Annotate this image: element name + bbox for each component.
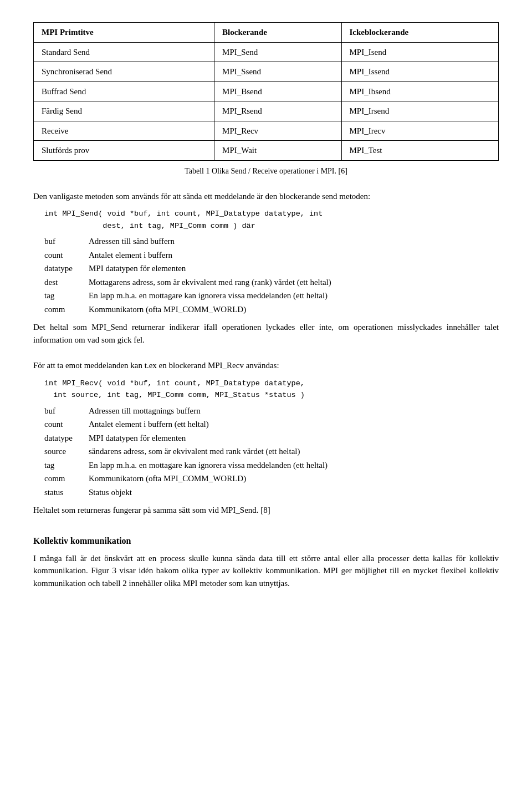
send-definitions: bufAdressen till sänd bufferncountAntale…: [44, 235, 499, 315]
def-term: dest: [44, 276, 89, 289]
table-cell: Receive: [34, 121, 214, 141]
table-row: Synchroniserad SendMPI_SsendMPI_Issend: [34, 62, 499, 82]
def-row: commKommunikatorn (ofta MPI_COMM_WORLD): [44, 472, 499, 485]
code-block-recv: int MPI_Recv( void *buf, int count, MPI_…: [44, 378, 499, 401]
def-desc: MPI datatypen för elementen: [89, 262, 186, 275]
def-desc: Antalet element i buffern: [89, 249, 172, 262]
def-row: tagEn lapp m.h.a. en mottagare kan ignor…: [44, 289, 499, 302]
table-cell: MPI_Irecv: [341, 121, 498, 141]
def-desc: En lapp m.h.a. en mottagare kan ignorera…: [89, 459, 328, 472]
def-row: tagEn lapp m.h.a. en mottagare kan ignor…: [44, 459, 499, 472]
table-row: Färdig SendMPI_RsendMPI_Irsend: [34, 101, 499, 121]
table-cell: Slutförds prov: [34, 141, 214, 161]
table-header-primitive: MPI Primtitve: [34, 23, 214, 43]
def-term: status: [44, 486, 89, 499]
table-cell: MPI_Test: [341, 141, 498, 161]
table-row: Standard SendMPI_SendMPI_Isend: [34, 42, 499, 62]
def-desc: En lapp m.h.a. en mottagare kan ignorera…: [89, 289, 328, 302]
def-row: sourcesändarens adress, som är ekvivalen…: [44, 445, 499, 458]
table-row: Buffrad SendMPI_BsendMPI_Ibsend: [34, 81, 499, 101]
table-caption: Tabell 1 Olika Send / Receive operatione…: [33, 165, 499, 177]
def-desc: Adressen till sänd buffern: [89, 235, 175, 248]
def-row: countAntalet element i buffern: [44, 249, 499, 262]
def-row: statusStatus objekt: [44, 486, 499, 499]
table-cell: MPI_Recv: [214, 121, 341, 141]
code-block-send: int MPI_Send( void *buf, int count, MPI_…: [44, 208, 499, 232]
def-term: buf: [44, 235, 89, 248]
table-cell: MPI_Bsend: [214, 81, 341, 101]
def-row: bufAdressen till mottagnings buffern: [44, 405, 499, 417]
def-term: datatype: [44, 262, 89, 275]
def-row: datatypeMPI datatypen för elementen: [44, 262, 499, 275]
def-term: count: [44, 418, 89, 431]
def-term: tag: [44, 459, 89, 472]
def-term: comm: [44, 303, 89, 316]
section1-intro: Den vanligaste metoden som används för a…: [33, 190, 499, 203]
table-cell: MPI_Wait: [214, 141, 341, 161]
def-desc: MPI datatypen för elementen: [89, 432, 186, 445]
table-cell: Färdig Send: [34, 101, 214, 121]
def-desc: sändarens adress, som är ekvivalent med …: [89, 445, 300, 458]
def-row: bufAdressen till sänd buffern: [44, 235, 499, 248]
def-term: count: [44, 249, 89, 262]
table-cell: MPI_Issend: [341, 62, 498, 82]
def-desc: Status objekt: [89, 486, 132, 499]
def-row: commKommunikatorn (ofta MPI_COMM_WORLD): [44, 303, 499, 316]
def-desc: Adressen till mottagnings buffern: [89, 405, 201, 417]
table-header-nonblocking: Ickeblockerande: [341, 23, 498, 43]
recv-definitions: bufAdressen till mottagnings bufferncoun…: [44, 405, 499, 499]
def-row: destMottagarens adress, som är ekvivalen…: [44, 276, 499, 289]
table-cell: MPI_Ibsend: [341, 81, 498, 101]
table-header-blocking: Blockerande: [214, 23, 341, 43]
def-term: comm: [44, 472, 89, 485]
table-cell: Synchroniserad Send: [34, 62, 214, 82]
def-term: source: [44, 445, 89, 458]
def-term: tag: [44, 289, 89, 302]
def-desc: Kommunikatorn (ofta MPI_COMM_WORLD): [89, 472, 246, 485]
table-cell: MPI_Isend: [341, 42, 498, 62]
table-cell: MPI_Rsend: [214, 101, 341, 121]
kollektiv-title: Kollektiv kommunikation: [33, 534, 499, 548]
def-desc: Antalet element i buffern (ett heltal): [89, 418, 209, 431]
def-desc: Mottagarens adress, som är ekvivalent me…: [89, 276, 331, 289]
table-row: ReceiveMPI_RecvMPI_Irecv: [34, 121, 499, 141]
table-cell: MPI_Irsend: [341, 101, 498, 121]
table-cell: MPI_Send: [214, 42, 341, 62]
kollektiv-para1: I många fall är det önskvärt att en proc…: [33, 552, 499, 590]
def-desc: Kommunikatorn (ofta MPI_COMM_WORLD): [89, 303, 246, 316]
table-cell: MPI_Ssend: [214, 62, 341, 82]
section2-intro: För att ta emot meddelanden kan t.ex en …: [33, 359, 499, 372]
def-term: datatype: [44, 432, 89, 445]
table-row: Slutförds provMPI_WaitMPI_Test: [34, 141, 499, 161]
mpi-operations-table: MPI Primtitve Blockerande Ickeblockerand…: [33, 22, 499, 161]
def-row: datatypeMPI datatypen för elementen: [44, 432, 499, 445]
section2-note: Heltalet som returneras fungerar på samm…: [33, 504, 499, 517]
def-term: buf: [44, 405, 89, 417]
section1-note: Det heltal som MPI_Send returnerar indik…: [33, 321, 499, 346]
def-row: countAntalet element i buffern (ett helt…: [44, 418, 499, 431]
table-cell: Buffrad Send: [34, 81, 214, 101]
table-cell: Standard Send: [34, 42, 214, 62]
